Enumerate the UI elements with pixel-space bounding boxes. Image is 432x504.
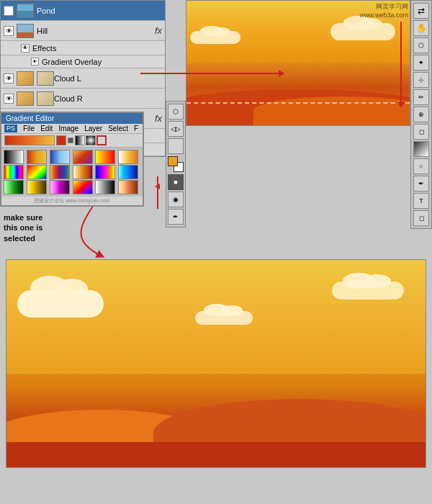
menu-select[interactable]: Select bbox=[108, 125, 128, 132]
tool-clone[interactable]: ⊕ bbox=[413, 107, 429, 122]
visibility-eye-hill[interactable]: 👁 bbox=[4, 26, 14, 36]
selected-gradient-btn[interactable] bbox=[96, 135, 107, 145]
arrow-head-h1 bbox=[279, 70, 284, 77]
tool-text[interactable]: T bbox=[413, 193, 429, 209]
swatch-9[interactable] bbox=[50, 165, 70, 179]
menu-edit[interactable]: Edit bbox=[40, 125, 53, 132]
menu-f[interactable]: F bbox=[134, 125, 138, 132]
swatch-11[interactable] bbox=[95, 165, 115, 179]
color-stop-1[interactable] bbox=[56, 135, 66, 145]
arrow-curved-to-canvas bbox=[58, 198, 151, 263]
gradient-picker-popup: Gradient Editor PS File Edit Image Layer… bbox=[0, 112, 144, 207]
swatch-16[interactable] bbox=[73, 180, 93, 194]
swatch-18[interactable] bbox=[118, 180, 138, 194]
cloud-bottom-right bbox=[332, 267, 404, 300]
arrow-layers-to-toolbox bbox=[140, 70, 284, 77]
fx-badge-bg: fx bbox=[155, 113, 162, 124]
mid-tool-swap[interactable]: ■ bbox=[168, 174, 184, 190]
hill-orange bbox=[253, 96, 410, 125]
swatch-17[interactable] bbox=[95, 180, 115, 194]
mid-tool-3[interactable] bbox=[168, 138, 184, 154]
visibility-eye-cloudl[interactable]: 👁 bbox=[4, 73, 14, 84]
visibility-eye-cloudr[interactable]: 👁 bbox=[4, 94, 14, 104]
hill-layer-top bbox=[186, 82, 410, 125]
layer-hill[interactable]: 👁 Hill fx bbox=[1, 21, 165, 41]
swatch-10[interactable] bbox=[73, 165, 93, 179]
picker-watermark: 思缘设计论坛 www.missyuan.com bbox=[1, 197, 143, 205]
picker-titlebar: Gradient Editor bbox=[1, 113, 143, 124]
layer-thumb-cloudl bbox=[17, 71, 34, 86]
cloud-top-left bbox=[190, 22, 240, 44]
arrow-line-v1 bbox=[400, 22, 402, 102]
visibility-eye-effects1[interactable]: 👁 bbox=[21, 44, 30, 53]
tool-lasso[interactable]: ⬡ bbox=[413, 37, 429, 53]
swatch-4[interactable] bbox=[73, 150, 93, 164]
arrow-head-picker bbox=[155, 184, 160, 189]
cloud-shape-br bbox=[332, 282, 404, 300]
mid-tool-pen[interactable]: ✒ bbox=[168, 209, 184, 225]
layer-mask-cloudr bbox=[37, 91, 54, 106]
tool-shape[interactable]: ◻ bbox=[413, 210, 429, 226]
tool-pen[interactable]: ✒ bbox=[413, 176, 429, 192]
swatch-6[interactable] bbox=[118, 150, 138, 164]
arrow-head-v1 bbox=[397, 102, 405, 108]
menu-image[interactable]: Image bbox=[58, 125, 78, 132]
mid-tool-1[interactable]: ⬡ bbox=[168, 104, 184, 120]
mid-toolbox: ⬡ ◁▷ ■ ◉ ✒ bbox=[166, 101, 186, 228]
swatch-5[interactable] bbox=[95, 150, 115, 164]
swatch-3[interactable] bbox=[50, 150, 70, 164]
picker-toolbar bbox=[1, 134, 143, 148]
tool-crop[interactable]: ⊹ bbox=[413, 72, 429, 88]
annotation-label: make surethis one isselected bbox=[4, 213, 42, 243]
radial-gradient-btn[interactable] bbox=[86, 135, 96, 145]
fx-badge-hill: fx bbox=[155, 25, 162, 36]
menu-file[interactable]: File bbox=[23, 125, 35, 132]
tool-move[interactable]: ✋ bbox=[413, 20, 429, 36]
tool-dodge[interactable]: ○ bbox=[413, 158, 429, 174]
layer-pond[interactable]: 👁 Pond bbox=[1, 1, 165, 21]
swatch-8[interactable] bbox=[27, 165, 47, 179]
dashed-selection-line bbox=[186, 102, 410, 104]
swatch-13[interactable] bbox=[4, 180, 24, 194]
canvas-bottom bbox=[6, 259, 426, 468]
gradient-mode-buttons bbox=[75, 135, 107, 145]
mid-tool-2[interactable]: ◁▷ bbox=[168, 121, 184, 137]
tool-eraser[interactable]: ◻ bbox=[413, 124, 429, 140]
swatch-1[interactable] bbox=[4, 150, 24, 164]
layer-cloud-r[interactable]: 👁 Cloud R bbox=[1, 89, 165, 109]
swatch-14[interactable] bbox=[27, 180, 47, 194]
swatch-15[interactable] bbox=[50, 180, 70, 194]
gradient-preview[interactable] bbox=[4, 135, 55, 145]
layer-gradient-overlay-1[interactable]: 👁 Gradient Overlay bbox=[1, 55, 165, 68]
gradient-swatches-grid bbox=[1, 148, 143, 197]
visibility-eye[interactable]: 👁 bbox=[4, 6, 14, 16]
layer-name-cloudr: Cloud R bbox=[54, 94, 162, 103]
menu-ps[interactable]: PS bbox=[4, 125, 17, 132]
tool-gradient[interactable] bbox=[413, 141, 429, 157]
gradient-overlay-label-1: Gradient Overlay bbox=[42, 58, 162, 66]
canvas-top: 网页学习网www.web3a.com bbox=[186, 0, 410, 126]
hills-bottom bbox=[6, 354, 426, 467]
linear-gradient-btn[interactable] bbox=[75, 135, 85, 145]
menu-layer[interactable]: Layer bbox=[84, 125, 102, 132]
cloud-shape-bm bbox=[195, 311, 253, 325]
arrow-picker-to-toolbox bbox=[157, 176, 158, 209]
tool-brush[interactable]: ✏ bbox=[413, 89, 429, 105]
layer-name-pond: Pond bbox=[37, 6, 162, 15]
swatch-12[interactable] bbox=[118, 165, 138, 179]
layer-effects-1[interactable]: 👁 Effects bbox=[1, 41, 165, 55]
fg-color-box[interactable] bbox=[168, 156, 178, 166]
fg-bg-color-picker[interactable] bbox=[168, 156, 184, 172]
mid-tool-mask[interactable]: ◉ bbox=[168, 192, 184, 207]
swatch-7[interactable] bbox=[4, 165, 24, 179]
arrow-line-h1 bbox=[140, 73, 279, 74]
picker-menubar[interactable]: PS File Edit Image Layer Select F bbox=[1, 124, 143, 134]
tool-select[interactable]: ⇄ bbox=[413, 3, 429, 19]
cloud-bottom-mid bbox=[195, 300, 253, 325]
visibility-eye-gradient1[interactable]: 👁 bbox=[31, 58, 39, 66]
tool-magic[interactable]: ✦ bbox=[413, 55, 429, 71]
swatch-2[interactable] bbox=[27, 150, 47, 164]
canvas-image-top bbox=[186, 1, 410, 125]
cloud-shape-bl bbox=[17, 290, 104, 318]
mode-btn[interactable] bbox=[68, 138, 73, 143]
